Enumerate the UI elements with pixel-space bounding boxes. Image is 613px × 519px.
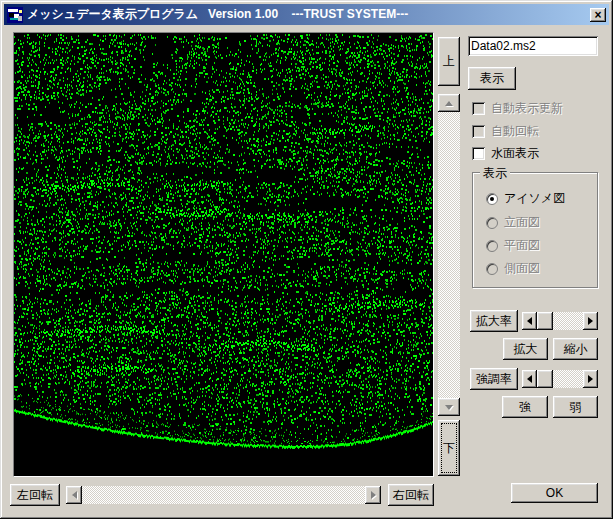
close-button[interactable]: × [590,8,606,22]
radio-elevation: 立面図 [486,214,540,231]
rotation-scrollbar [66,486,381,504]
emphasis-rate-label: 強調率 [476,371,512,388]
auto-rotate-checkbox [472,125,485,138]
pan-up-label: 上 [443,53,455,70]
emphasis-track[interactable] [553,370,583,388]
rotate-right-button[interactable]: 右回転 [388,484,434,506]
radio-plan: 平面図 [486,237,540,254]
zoom-rate-left-button[interactable] [522,312,537,330]
mesh-viewport [14,33,433,476]
vertical-scroll-track [438,112,460,398]
scroll-up-button [438,94,460,112]
zoom-rate-right-button[interactable] [583,312,598,330]
radio-isometric[interactable]: アイソメ図 [486,190,565,207]
isometric-radio[interactable] [486,193,498,205]
scroll-down-button [438,398,460,416]
auto-refresh-checkbox [472,102,485,115]
elevation-radio [486,217,498,229]
vertical-scrollbar [438,94,460,416]
zoom-rate-button[interactable]: 拡大率 [470,310,518,332]
scroll-down-icon [445,405,453,410]
pan-down-button[interactable]: 下 [438,420,460,476]
checkbox-auto-rotate: 自動回転 [472,123,539,140]
emphasis-rate-button[interactable]: 強調率 [470,368,518,390]
rotation-track [82,486,365,504]
rotation-left-arrow [66,486,82,504]
mesh-viewport-frame [13,32,434,477]
app-icon [7,7,23,23]
display-button[interactable]: 表示 [468,67,516,90]
scroll-up-icon [445,101,453,106]
rotation-right-arrow [365,486,381,504]
emphasis-thumb[interactable] [537,370,553,388]
weak-label: 弱 [570,399,582,416]
app-window: メッシュデータ表示プログラム Version 1.00 ---TRUST SYS… [0,0,613,519]
plan-label: 平面図 [504,237,540,254]
checkbox-auto-refresh: 自動表示更新 [472,100,563,117]
zoom-out-button[interactable]: 縮小 [553,338,598,360]
rotate-left-label: 左回転 [17,487,53,504]
radio-side: 側面図 [486,260,540,277]
close-icon: × [594,9,601,21]
display-mode-group: 表示 アイソメ図 立面図 平面図 側面図 [472,172,598,288]
auto-rotate-label: 自動回転 [491,123,539,140]
elevation-label: 立面図 [504,214,540,231]
scroll-left-icon [527,375,532,383]
display-mode-group-title: 表示 [480,165,510,182]
emphasis-left-button[interactable] [522,370,537,388]
display-button-label: 表示 [480,70,504,87]
isometric-label: アイソメ図 [504,190,565,207]
zoom-in-label: 拡大 [514,341,538,358]
side-radio [486,263,498,275]
checkbox-water-surface[interactable]: 水面表示 [472,145,539,162]
window-title: メッシュデータ表示プログラム Version 1.00 ---TRUST SYS… [27,6,586,23]
zoom-rate-scrollbar [522,312,598,330]
water-surface-label: 水面表示 [491,145,539,162]
side-label: 側面図 [504,260,540,277]
scroll-right-icon [588,375,593,383]
title-bar: メッシュデータ表示プログラム Version 1.00 ---TRUST SYS… [4,4,609,25]
water-surface-checkbox[interactable] [472,147,485,160]
zoom-rate-thumb[interactable] [537,312,553,330]
emphasis-right-button[interactable] [583,370,598,388]
scroll-right-icon [588,317,593,325]
ok-button[interactable]: OK [511,483,598,503]
pan-up-button[interactable]: 上 [438,37,460,86]
rotate-right-label: 右回転 [393,487,429,504]
emphasis-rate-scrollbar [522,370,598,388]
pan-down-label: 下 [443,440,455,457]
zoom-in-button[interactable]: 拡大 [503,338,548,360]
scroll-left-icon [72,491,77,499]
zoom-out-label: 縮小 [564,341,588,358]
filename-input[interactable] [468,36,598,56]
zoom-rate-label: 拡大率 [476,313,512,330]
auto-refresh-label: 自動表示更新 [491,100,563,117]
weak-button[interactable]: 弱 [553,396,598,418]
scroll-right-icon [371,491,376,499]
rotate-left-button[interactable]: 左回転 [10,484,60,506]
ok-label: OK [546,486,563,500]
plan-radio [486,240,498,252]
zoom-rate-track[interactable] [553,312,583,330]
strong-label: 強 [519,399,531,416]
scroll-left-icon [527,317,532,325]
strong-button[interactable]: 強 [502,396,548,418]
